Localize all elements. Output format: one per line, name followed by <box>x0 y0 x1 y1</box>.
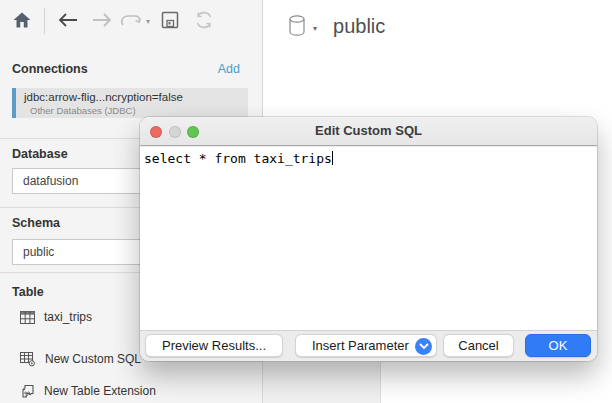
insert-parameter-button[interactable]: Insert Parameter <box>295 334 437 357</box>
save-button[interactable] <box>158 8 182 32</box>
ok-button[interactable]: OK <box>525 334 591 357</box>
add-connection-link[interactable]: Add <box>218 62 240 76</box>
datasource-dropdown-caret[interactable]: ▾ <box>313 24 317 33</box>
table-icon <box>20 311 35 324</box>
forward-button[interactable] <box>90 8 114 32</box>
database-cylinder-icon[interactable] <box>287 14 307 38</box>
dialog-title: Edit Custom SQL <box>140 123 597 138</box>
database-header: Database <box>12 147 68 161</box>
connection-name: jdbc:arrow-flig...ncryption=false <box>24 91 183 103</box>
cancel-button[interactable]: Cancel <box>443 334 514 357</box>
redo-dropdown-caret[interactable]: ▾ <box>146 17 150 26</box>
sql-text: select * from taxi_trips <box>144 151 332 166</box>
schema-header: Schema <box>12 216 60 230</box>
custom-sql-icon <box>20 352 36 367</box>
preview-results-button[interactable]: Preview Results... <box>145 334 283 357</box>
back-button[interactable] <box>56 8 80 32</box>
redo-button[interactable] <box>118 8 142 32</box>
table-item-label: taxi_trips <box>44 310 92 324</box>
sql-editor[interactable]: select * from taxi_trips <box>140 147 597 330</box>
insert-parameter-label: Insert Parameter <box>312 338 409 353</box>
table-extension-icon <box>20 384 35 399</box>
refresh-icon <box>194 10 214 30</box>
home-button[interactable] <box>10 8 34 32</box>
toolbar-divider <box>44 8 45 34</box>
refresh-button[interactable] <box>192 8 216 32</box>
text-cursor <box>332 151 333 165</box>
home-icon <box>12 10 32 30</box>
new-custom-sql-item[interactable]: New Custom SQL <box>20 350 141 368</box>
new-custom-sql-label: New Custom SQL <box>45 352 141 366</box>
chevron-down-icon[interactable] <box>415 338 432 355</box>
back-arrow-icon <box>58 12 78 28</box>
save-icon <box>161 11 179 29</box>
datasource-title: public <box>333 15 385 38</box>
redo-icon <box>119 12 141 28</box>
dialog-footer: Preview Results... Insert Parameter Canc… <box>140 330 597 361</box>
dialog-titlebar[interactable]: Edit Custom SQL <box>140 117 597 146</box>
edit-custom-sql-dialog: Edit Custom SQL select * from taxi_trips… <box>140 117 597 361</box>
canvas-area <box>263 362 381 403</box>
canvas-divider <box>380 362 381 403</box>
connection-type: Other Databases (JDBC) <box>30 105 136 116</box>
connection-item[interactable]: jdbc:arrow-flig...ncryption=false Other … <box>12 88 248 118</box>
datasource-header: ▾ public <box>287 14 385 38</box>
toolbar: ▾ <box>0 0 263 44</box>
table-item-taxi-trips[interactable]: taxi_trips <box>20 308 92 326</box>
new-table-extension-item[interactable]: New Table Extension <box>20 382 156 400</box>
table-header: Table <box>12 285 44 299</box>
forward-arrow-icon <box>92 12 112 28</box>
new-table-extension-label: New Table Extension <box>44 384 156 398</box>
connections-header: Connections <box>12 62 88 76</box>
